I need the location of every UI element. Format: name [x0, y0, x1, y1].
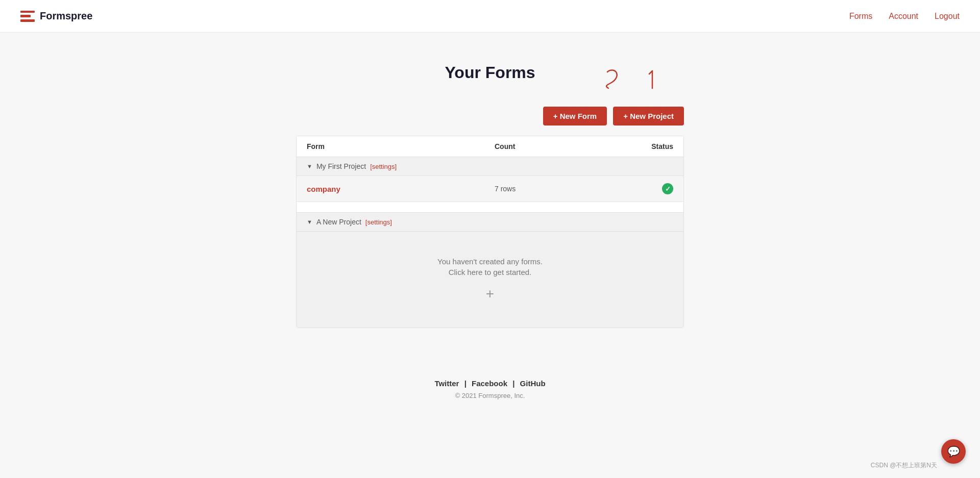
project-2-name: A New Project — [316, 218, 361, 226]
footer-sep-2: | — [512, 379, 517, 388]
project-section-1: ▼ My First Project [settings] company 7 … — [297, 157, 683, 202]
footer-sep-1: | — [464, 379, 469, 388]
new-project-button[interactable]: + New Project — [613, 107, 684, 125]
header-form: Form — [307, 142, 495, 150]
project-1-header: ▼ My First Project [settings] — [297, 157, 683, 176]
page-title: Your Forms — [296, 63, 684, 82]
chat-button[interactable]: 💬 — [941, 439, 966, 464]
nav-account-link[interactable]: Account — [889, 12, 918, 21]
empty-message-line1: You haven't created any forms. — [307, 257, 673, 266]
footer-github-link[interactable]: GitHub — [520, 379, 546, 388]
nav-forms-link[interactable]: Forms — [849, 12, 872, 21]
main-content: Your Forms + New Form + New Project Form… — [286, 33, 694, 430]
brand-name: Formspree — [40, 10, 92, 22]
empty-message-line2[interactable]: Click here to get started. — [307, 268, 673, 276]
form-company-status — [597, 183, 673, 194]
nav-links: Forms Account Logout — [849, 12, 960, 21]
add-form-plus-button[interactable]: + — [486, 286, 494, 302]
project-1-settings-link[interactable]: [settings] — [370, 163, 397, 170]
project-2-settings-link[interactable]: [settings] — [365, 218, 392, 226]
forms-table: Form Count Status ▼ My First Project [se… — [296, 136, 684, 328]
header-status: Status — [597, 142, 673, 150]
brand-logo-link[interactable]: Formspree — [20, 10, 92, 22]
project-2-arrow: ▼ — [307, 219, 312, 225]
form-company-count: 7 rows — [495, 185, 597, 193]
action-buttons-row: + New Form + New Project — [296, 107, 684, 125]
header-count: Count — [495, 142, 597, 150]
chat-icon: 💬 — [947, 445, 960, 458]
table-header: Form Count Status — [297, 136, 683, 157]
project-section-2: ▼ A New Project [settings] You haven't c… — [297, 212, 683, 328]
footer-copyright: © 2021 Formspree, Inc. — [306, 392, 674, 399]
status-active-icon — [662, 183, 673, 194]
project-2-header: ▼ A New Project [settings] — [297, 213, 683, 232]
footer-facebook-link[interactable]: Facebook — [472, 379, 507, 388]
csdn-watermark: CSDN @不想上班第N天 — [871, 461, 937, 470]
footer-links: Twitter | Facebook | GitHub — [306, 379, 674, 388]
navbar: Formspree Forms Account Logout — [0, 0, 980, 33]
project-1-name: My First Project — [316, 162, 366, 170]
new-form-button[interactable]: + New Form — [543, 107, 607, 125]
nav-logout-link[interactable]: Logout — [935, 12, 960, 21]
logo-icon — [20, 11, 35, 22]
project-2-empty-body: You haven't created any forms. Click her… — [297, 232, 683, 328]
project-1-arrow: ▼ — [307, 163, 312, 169]
footer-twitter-link[interactable]: Twitter — [434, 379, 459, 388]
form-company-link[interactable]: company — [307, 185, 495, 193]
form-row-company: company 7 rows — [297, 176, 683, 202]
footer: Twitter | Facebook | GitHub © 2021 Forms… — [296, 359, 684, 410]
